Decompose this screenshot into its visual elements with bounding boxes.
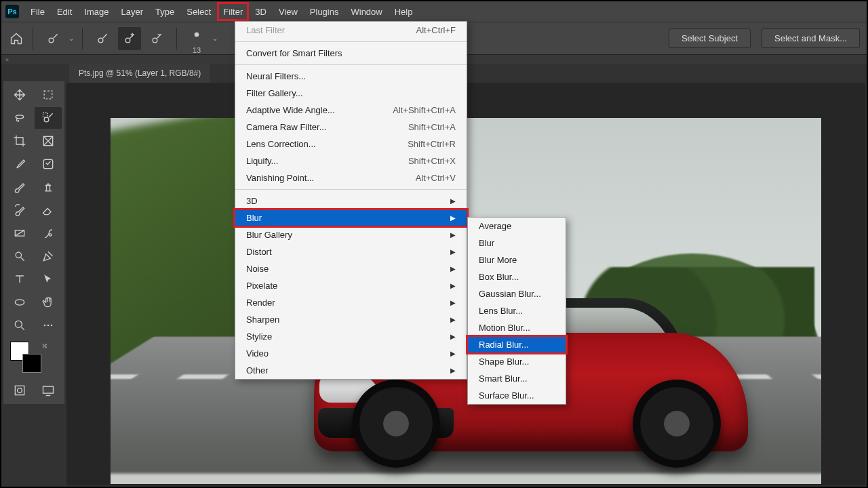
dropdown-caret-icon[interactable]: ⌄ <box>212 35 218 42</box>
gradient-tool[interactable] <box>6 222 33 244</box>
frame-tool[interactable] <box>35 130 62 152</box>
healing-brush-tool[interactable] <box>35 153 62 175</box>
svg-point-14 <box>44 325 46 327</box>
svg-point-1 <box>98 38 103 43</box>
menu-type[interactable]: Type <box>149 2 180 21</box>
menu-item-render[interactable]: Render▶ <box>235 294 467 311</box>
menu-item-blur-more[interactable]: Blur More <box>468 251 566 268</box>
menu-layer[interactable]: Layer <box>115 2 150 21</box>
menu-item-motion-blur[interactable]: Motion Blur... <box>468 319 566 336</box>
menu-item-blur-gallery[interactable]: Blur Gallery▶ <box>235 226 467 243</box>
color-swatches[interactable]: ⤭ <box>6 340 62 377</box>
home-icon[interactable] <box>8 30 24 47</box>
lasso-tool[interactable] <box>6 107 33 129</box>
app-logo: Ps <box>5 5 19 18</box>
menu-item-gaussian-blur[interactable]: Gaussian Blur... <box>468 285 566 302</box>
svg-point-4 <box>195 32 199 37</box>
smudge-tool[interactable] <box>35 222 62 244</box>
zoom-tool[interactable] <box>6 314 33 336</box>
menu-item-last-filter[interactable]: Last Filter Alt+Ctrl+F <box>235 22 467 39</box>
eyedropper-tool[interactable] <box>6 153 33 175</box>
menu-item-camera-raw[interactable]: Camera Raw Filter...Shift+Ctrl+A <box>235 119 467 136</box>
document-tab[interactable]: Pts.jpg @ 51% (Layer 1, RGB/8#) <box>69 64 210 83</box>
select-and-mask-button[interactable]: Select and Mask... <box>762 28 860 48</box>
brush-tool[interactable] <box>6 176 33 198</box>
hand-tool[interactable] <box>35 291 62 313</box>
new-selection-icon[interactable] <box>91 27 114 50</box>
menu-item-other[interactable]: Other▶ <box>235 362 467 379</box>
menu-filter[interactable]: Filter <box>217 2 249 21</box>
menu-item-radial-blur[interactable]: Radial Blur... <box>468 336 566 353</box>
svg-point-3 <box>153 38 157 43</box>
brush-preset-icon[interactable] <box>41 27 64 50</box>
menu-item-liquify[interactable]: Liquify...Shift+Ctrl+X <box>235 152 467 169</box>
menu-item-filter-gallery[interactable]: Filter Gallery... <box>235 85 467 102</box>
menu-select[interactable]: Select <box>180 2 217 21</box>
svg-rect-5 <box>44 91 52 99</box>
svg-point-16 <box>51 325 53 327</box>
menu-item-adaptive-wide-angle[interactable]: Adaptive Wide Angle...Alt+Shift+Ctrl+A <box>235 102 467 119</box>
brush-size-dot-icon[interactable] <box>185 23 208 46</box>
menu-item-noise[interactable]: Noise▶ <box>235 260 467 277</box>
main-menu-bar: Ps FileEditImageLayerTypeSelectFilter3DV… <box>1 1 867 22</box>
menu-item-average[interactable]: Average <box>468 218 566 235</box>
menu-item-video[interactable]: Video▶ <box>235 345 467 362</box>
menu-3d[interactable]: 3D <box>249 2 273 21</box>
menu-item-blur[interactable]: Blur <box>468 235 566 251</box>
screen-mode-icon[interactable] <box>35 380 62 401</box>
dropdown-caret-icon[interactable]: ⌄ <box>68 35 74 42</box>
toolbox: ⤭ <box>3 81 64 404</box>
menu-item-neural-filters[interactable]: Neural Filters... <box>235 68 467 85</box>
move-tool[interactable] <box>6 84 33 106</box>
menu-item-box-blur[interactable]: Box Blur... <box>468 268 566 285</box>
artboard-tool[interactable] <box>35 84 62 106</box>
brush-size-value[interactable]: 13 <box>193 46 201 54</box>
svg-point-2 <box>125 38 130 43</box>
menu-window[interactable]: Window <box>344 2 388 21</box>
quick-select-tool[interactable] <box>35 107 62 129</box>
menu-file[interactable]: File <box>24 2 51 21</box>
subtract-selection-icon[interactable] <box>145 27 168 50</box>
history-brush-tool[interactable] <box>6 199 33 221</box>
menu-item-vanishing-point[interactable]: Vanishing Point...Alt+Ctrl+V <box>235 169 467 186</box>
menu-item-smart-blur[interactable]: Smart Blur... <box>468 370 566 387</box>
menu-item-lens-correction[interactable]: Lens Correction...Shift+Ctrl+R <box>235 136 467 152</box>
menu-item-blur[interactable]: Blur▶ <box>235 209 467 226</box>
menu-item-3d[interactable]: 3D▶ <box>235 192 467 209</box>
menu-item-surface-blur[interactable]: Surface Blur... <box>468 387 566 404</box>
crop-tool[interactable] <box>6 130 33 152</box>
edit-toolbar[interactable] <box>35 314 62 336</box>
svg-point-13 <box>15 321 22 327</box>
menu-view[interactable]: View <box>273 2 304 21</box>
quick-mask-icon[interactable] <box>6 380 33 401</box>
background-swatch[interactable] <box>22 354 41 373</box>
menu-image[interactable]: Image <box>78 2 115 21</box>
menu-item-pixelate[interactable]: Pixelate▶ <box>235 277 467 294</box>
menu-help[interactable]: Help <box>389 2 419 21</box>
filter-menu: Last Filter Alt+Ctrl+F Convert for Smart… <box>235 21 467 380</box>
swap-colors-icon[interactable]: ⤭ <box>41 342 47 350</box>
svg-rect-19 <box>43 386 54 393</box>
menu-item-distort[interactable]: Distort▶ <box>235 243 467 260</box>
menu-item-convert-smart[interactable]: Convert for Smart Filters <box>235 45 467 62</box>
ellipse-tool[interactable] <box>6 291 33 313</box>
svg-point-0 <box>49 38 54 43</box>
menu-item-lens-blur[interactable]: Lens Blur... <box>468 302 566 319</box>
pen-tool[interactable] <box>35 245 62 267</box>
photoshop-window: Ps FileEditImageLayerTypeSelectFilter3DV… <box>1 1 867 487</box>
svg-rect-17 <box>15 386 24 394</box>
menu-plugins[interactable]: Plugins <box>304 2 345 21</box>
type-tool[interactable] <box>6 268 33 290</box>
dodge-tool[interactable] <box>6 245 33 267</box>
menu-item-sharpen[interactable]: Sharpen▶ <box>235 311 467 328</box>
menu-item-shape-blur[interactable]: Shape Blur... <box>468 353 566 370</box>
clone-stamp-tool[interactable] <box>35 176 62 198</box>
add-selection-icon[interactable] <box>118 27 141 50</box>
eraser-tool[interactable] <box>35 199 62 221</box>
svg-point-12 <box>15 300 24 305</box>
path-select-tool[interactable] <box>35 268 62 290</box>
menu-edit[interactable]: Edit <box>51 2 78 21</box>
svg-point-15 <box>47 325 50 327</box>
select-subject-button[interactable]: Select Subject <box>669 28 751 48</box>
menu-item-stylize[interactable]: Stylize▶ <box>235 328 467 345</box>
